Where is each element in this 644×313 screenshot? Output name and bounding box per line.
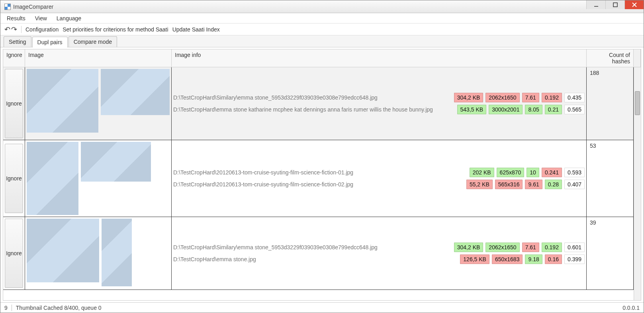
metric-chip: 0.21 [545, 105, 562, 114]
metric-chip: 10 [527, 168, 539, 177]
separator [21, 26, 22, 33]
menu-bar: Results View Language [0, 13, 644, 23]
menu-results[interactable]: Results [7, 15, 25, 22]
metric-chip: 543,5 KB [457, 105, 487, 114]
thumbnail-2[interactable] [102, 219, 132, 286]
metric-chip: 0.192 [542, 243, 562, 252]
thumbnail-1[interactable] [27, 69, 98, 133]
app-icon [4, 4, 11, 10]
thumbnail-2[interactable] [101, 69, 170, 115]
config-bar: ↶ ↷ Configuration Set priorities for cri… [0, 23, 644, 35]
file-path: D:\TestCropHard\Similary\emma stone_5953… [173, 244, 378, 250]
cell-image [25, 67, 172, 140]
table-row[interactable]: IgnoreD:\TestCropHard\20120613-tom-cruis… [3, 140, 634, 217]
info-line: D:\TestCropHard\emma stone katharine mcp… [173, 105, 585, 114]
metric-chip: 7.61 [522, 243, 539, 252]
thumbnail-2[interactable] [81, 142, 151, 182]
grid-header: Ignore Image Image info Count of hashes [3, 49, 641, 67]
metric-chip: 650x1683 [492, 254, 523, 264]
scrollbar-thumb[interactable] [635, 91, 640, 115]
grid-body-wrap: IgnoreD:\TestCropHard\Similary\emma ston… [3, 67, 641, 300]
table-row[interactable]: IgnoreD:\TestCropHard\Similary\emma ston… [3, 67, 634, 140]
cell-count: 188 [587, 67, 634, 140]
config-link-update-index[interactable]: Update Saati Index [172, 26, 220, 33]
col-header-ignore[interactable]: Ignore [3, 49, 25, 67]
file-path: D:\TestCropHard\Similary\emma stone_5953… [173, 94, 378, 101]
config-link-configuration[interactable]: Configuration [25, 26, 59, 33]
metric-chip: 2062x1650 [485, 243, 519, 252]
cell-count: 39 [587, 217, 634, 290]
tab-setting[interactable]: Setting [4, 36, 31, 47]
status-count: 9 [4, 305, 8, 311]
menu-language[interactable]: Language [57, 15, 81, 22]
window-title: ImageComparer [13, 4, 53, 10]
metric-chip: 9.18 [525, 254, 542, 264]
cell-count: 53 [587, 140, 634, 217]
metric-chip: 2062x1650 [485, 93, 519, 102]
info-line: D:\TestCropHard\20120613-tom-cruise-syut… [173, 168, 585, 177]
file-path: D:\TestCropHard\emma stone katharine mcp… [173, 106, 433, 113]
table-row[interactable]: IgnoreD:\TestCropHard\Similary\emma ston… [3, 217, 634, 290]
thumbnail-1[interactable] [27, 142, 78, 215]
ignore-button[interactable]: Ignore [5, 144, 23, 213]
close-icon [632, 2, 637, 7]
metric-chip: 304,2 KB [454, 243, 483, 252]
ignore-button[interactable]: Ignore [5, 69, 23, 138]
config-links: Configuration Set priorities for criteri… [25, 26, 220, 33]
maximize-button[interactable] [605, 0, 624, 9]
col-header-info[interactable]: Image info [172, 49, 587, 67]
metric-chips: 202 KB625x870100.2410.593 [470, 168, 585, 177]
metric-chip: 0.241 [542, 168, 562, 177]
metric-chip: 0.16 [545, 254, 562, 264]
undo-icon[interactable]: ↶ [4, 26, 10, 33]
metric-chip: 9.61 [525, 180, 542, 189]
metric-chip: 0.593 [564, 168, 585, 177]
metric-chip: 3000x2001 [489, 105, 523, 114]
maximize-icon [613, 2, 618, 7]
info-line: D:\TestCropHard\20120613-tom-cruise-syut… [173, 180, 585, 189]
minimize-button[interactable] [586, 0, 605, 9]
thumbnail-1[interactable] [27, 219, 99, 282]
col-header-scroll [634, 49, 641, 67]
tab-compare-mode[interactable]: Compare mode [69, 36, 117, 47]
status-left: 9 Thumbnail Cached 8/400, queue 0 [4, 305, 102, 311]
cell-ignore: Ignore [3, 67, 25, 140]
ignore-button[interactable]: Ignore [5, 219, 23, 288]
config-link-priorities[interactable]: Set priorities for criterions for method… [63, 26, 168, 33]
metric-chips: 126,5 KB650x16839.180.160.399 [460, 254, 585, 264]
metric-chip: 126,5 KB [460, 254, 489, 264]
menu-view[interactable]: View [35, 15, 47, 22]
cell-ignore: Ignore [3, 140, 25, 217]
metric-chip: 0.565 [564, 105, 585, 114]
cell-ignore: Ignore [3, 217, 25, 290]
cell-image [25, 140, 172, 217]
status-bar: 9 Thumbnail Cached 8/400, queue 0 0.0.0.… [0, 302, 644, 313]
file-path: D:\TestCropHard\20120613-tom-cruise-syut… [173, 169, 353, 176]
metric-chip: 202 KB [470, 168, 494, 177]
metric-chips: 304,2 KB2062x16507.610.1920.435 [454, 93, 585, 102]
metric-chip: 0.407 [564, 180, 585, 189]
close-button[interactable] [624, 0, 644, 9]
tab-dupl-pairs[interactable]: Dupl pairs [32, 37, 68, 47]
info-line: D:\TestCropHard\emma stone.jpg126,5 KB65… [173, 254, 585, 264]
metric-chip: 0.399 [564, 254, 585, 264]
redo-icon[interactable]: ↷ [11, 26, 17, 33]
tab-row: SettingDupl pairsCompare mode [0, 35, 644, 47]
minimize-icon [594, 2, 599, 7]
cell-info: D:\TestCropHard\Similary\emma stone_5953… [172, 217, 587, 290]
metric-chip: 55,2 KB [466, 180, 493, 189]
title-bar: ImageComparer [0, 0, 644, 13]
metric-chip: 0.192 [542, 93, 562, 102]
col-header-count[interactable]: Count of hashes [587, 49, 634, 67]
metric-chips: 55,2 KB565x3169.610.280.407 [466, 180, 585, 189]
vertical-scrollbar[interactable] [634, 67, 641, 300]
info-line: D:\TestCropHard\Similary\emma stone_5953… [173, 93, 585, 102]
col-header-image[interactable]: Image [25, 49, 172, 67]
file-path: D:\TestCropHard\20120613-tom-cruise-syut… [173, 181, 353, 188]
metric-chip: 565x316 [495, 180, 523, 189]
app-window: ImageComparer Results View Language ↶ ↷ … [0, 0, 644, 313]
cell-info: D:\TestCropHard\Similary\emma stone_5953… [172, 67, 587, 140]
file-path: D:\TestCropHard\emma stone.jpg [173, 256, 256, 262]
metric-chips: 304,2 KB2062x16507.610.1920.601 [454, 243, 585, 252]
metric-chip: 304,2 KB [454, 93, 483, 102]
